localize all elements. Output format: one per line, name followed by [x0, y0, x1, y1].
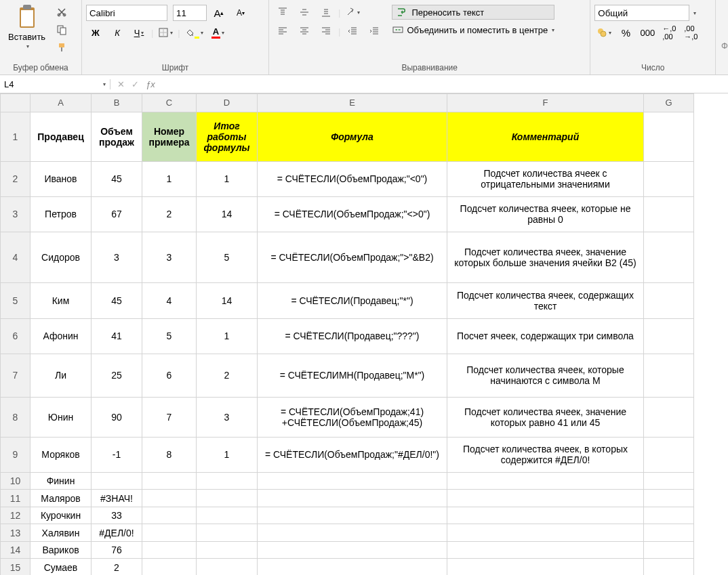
row-head-8[interactable]: 8 [1, 397, 31, 437]
cell-F10[interactable] [447, 472, 644, 490]
cell-B11[interactable]: #ЗНАЧ! [92, 490, 142, 507]
cell-G1[interactable] [644, 112, 694, 161]
cell-C5[interactable]: 4 [142, 283, 197, 318]
merge-center-button[interactable]: Объединить и поместить в центре ▾ [392, 24, 554, 36]
cell-E10[interactable] [258, 472, 447, 490]
cell-B2[interactable]: 45 [92, 161, 142, 196]
cell-A5[interactable]: Ким [31, 283, 92, 318]
cell-D14[interactable] [197, 541, 258, 559]
cell-A8[interactable]: Юнин [31, 397, 92, 437]
col-head-B[interactable]: B [92, 94, 142, 112]
cell-G7[interactable] [644, 354, 694, 397]
font-size-select[interactable] [173, 5, 207, 21]
cell-C13[interactable] [142, 524, 197, 542]
cell-F11[interactable] [447, 490, 644, 507]
font-name-select[interactable] [86, 5, 167, 21]
col-head-G[interactable]: G [644, 94, 694, 112]
format-painter-button[interactable] [52, 40, 71, 55]
cell-A11[interactable]: Маляров [31, 490, 92, 507]
cut-button[interactable] [52, 5, 71, 20]
align-center-button[interactable] [295, 24, 314, 39]
cell-F15[interactable] [447, 559, 644, 575]
cell-B5[interactable]: 45 [92, 283, 142, 318]
row-head-2[interactable]: 2 [1, 161, 31, 196]
cell-C2[interactable]: 1 [142, 161, 197, 196]
cell-C14[interactable] [142, 541, 197, 559]
cell-C1[interactable]: Номер примера [142, 112, 197, 161]
name-box[interactable]: L4 ▾ [0, 79, 110, 89]
cell-E3[interactable]: = СЧЁТЕСЛИ(ОбъемПродаж;"<>0") [258, 196, 447, 232]
cell-E9[interactable]: = СЧЁТЕСЛИ(ОбъемПродаж;"#ДЕЛ/0!") [258, 437, 447, 472]
cell-C9[interactable]: 8 [142, 437, 197, 472]
cell-B12[interactable]: 33 [92, 507, 142, 524]
cell-F8[interactable]: Подсчет количества ячеек, значение котор… [447, 397, 644, 437]
decrease-decimal-button[interactable]: ,00→,0 [681, 25, 700, 40]
cell-G3[interactable] [644, 196, 694, 232]
cell-G11[interactable] [644, 490, 694, 507]
cell-B1[interactable]: Объем продаж [92, 112, 142, 161]
cell-D1[interactable]: Итог работы формулы [197, 112, 258, 161]
spreadsheet-grid[interactable]: ABCDEFG 1ПродавецОбъем продажНомер приме… [0, 93, 728, 575]
cell-D6[interactable]: 1 [197, 318, 258, 354]
cell-B10[interactable] [92, 472, 142, 490]
cell-E15[interactable] [258, 559, 447, 575]
row-head-10[interactable]: 10 [1, 472, 31, 490]
col-head-D[interactable]: D [197, 94, 258, 112]
cell-G4[interactable] [644, 232, 694, 283]
increase-decimal-button[interactable]: ←,0,00 [660, 25, 679, 40]
cell-C8[interactable]: 7 [142, 397, 197, 437]
cell-C15[interactable] [142, 559, 197, 575]
currency-button[interactable]: ▾ [594, 25, 613, 40]
align-middle-button[interactable] [295, 5, 314, 20]
cell-D4[interactable]: 5 [197, 232, 258, 283]
cell-B13[interactable]: #ДЕЛ/0! [92, 524, 142, 542]
cell-F2[interactable]: Подсчет количества ячеек с отрицательным… [447, 161, 644, 196]
percent-button[interactable]: % [616, 25, 635, 40]
cell-B7[interactable]: 25 [92, 354, 142, 397]
cell-F5[interactable]: Подсчет количества ячеек, содержащих тек… [447, 283, 644, 318]
orientation-button[interactable]: ▾ [343, 5, 362, 20]
cell-G5[interactable] [644, 283, 694, 318]
align-bottom-button[interactable] [317, 5, 336, 20]
cell-D3[interactable]: 14 [197, 196, 258, 232]
indent-button[interactable] [365, 24, 384, 39]
cell-C4[interactable]: 3 [142, 232, 197, 283]
bold-button[interactable]: Ж [86, 25, 105, 40]
cell-E7[interactable]: = СЧЁТЕСЛИМН(Продавец;"М*") [258, 354, 447, 397]
cell-A1[interactable]: Продавец [31, 112, 92, 161]
cell-A15[interactable]: Сумаев [31, 559, 92, 575]
cell-B14[interactable]: 76 [92, 541, 142, 559]
cell-C10[interactable] [142, 472, 197, 490]
cell-G15[interactable] [644, 559, 694, 575]
copy-button[interactable] [52, 22, 71, 37]
row-head-13[interactable]: 13 [1, 524, 31, 542]
grow-font-button[interactable]: A▴ [209, 5, 228, 20]
cell-F9[interactable]: Подсчет количества ячеек, в которых соде… [447, 437, 644, 472]
cell-A10[interactable]: Финин [31, 472, 92, 490]
cell-A13[interactable]: Халявин [31, 524, 92, 542]
cell-E14[interactable] [258, 541, 447, 559]
cell-F13[interactable] [447, 524, 644, 542]
cell-D12[interactable] [197, 507, 258, 524]
formula-input[interactable] [173, 79, 728, 89]
italic-button[interactable]: К [108, 25, 127, 40]
cell-G10[interactable] [644, 472, 694, 490]
font-color-button[interactable]: А▾ [208, 25, 227, 40]
cell-A3[interactable]: Петров [31, 196, 92, 232]
cell-G12[interactable] [644, 507, 694, 524]
cell-A9[interactable]: Моряков [31, 437, 92, 472]
cell-F4[interactable]: Подсчет количества ячеек, значение котор… [447, 232, 644, 283]
cell-B6[interactable]: 41 [92, 318, 142, 354]
cell-F1[interactable]: Комментарий [447, 112, 644, 161]
borders-button[interactable]: ▾ [156, 25, 175, 40]
cell-D8[interactable]: 3 [197, 397, 258, 437]
cell-E12[interactable] [258, 507, 447, 524]
cell-B4[interactable]: 3 [92, 232, 142, 283]
cell-F14[interactable] [447, 541, 644, 559]
cell-E5[interactable]: = СЧЁТЕСЛИ(Продавец;"*") [258, 283, 447, 318]
cell-A12[interactable]: Курочкин [31, 507, 92, 524]
cell-A6[interactable]: Афонин [31, 318, 92, 354]
cell-F6[interactable]: Посчет ячеек, содержащих три символа [447, 318, 644, 354]
cell-G13[interactable] [644, 524, 694, 542]
cell-D10[interactable] [197, 472, 258, 490]
